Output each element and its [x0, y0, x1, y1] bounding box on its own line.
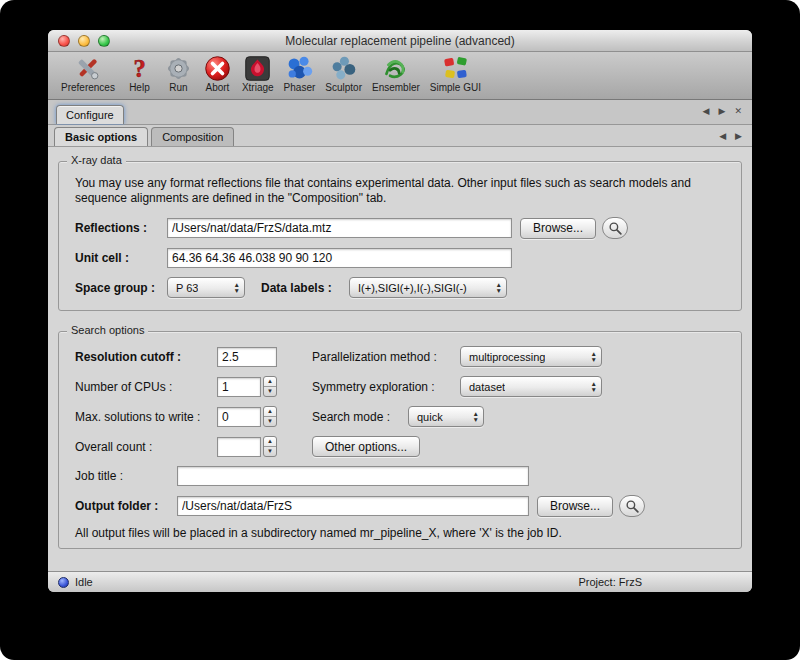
stepper-up-icon[interactable]	[264, 437, 276, 447]
tab-close-icon[interactable]: ✕	[734, 106, 742, 116]
reflections-input[interactable]	[167, 218, 512, 238]
status-text: Idle	[75, 576, 93, 588]
main-tab-strip: Configure ◀ ▶ ✕	[48, 100, 752, 125]
sculptor-icon	[329, 54, 358, 83]
resolution-cutoff-label: Resolution cutoff :	[75, 350, 217, 364]
toolbar-sculptor-button[interactable]: Sculptor	[320, 54, 367, 93]
max-solutions-input[interactable]	[217, 407, 261, 427]
tab-composition[interactable]: Composition	[151, 127, 234, 146]
toolbar-label: Xtriage	[242, 82, 274, 93]
search-group-title: Search options	[67, 324, 148, 336]
tab-configure[interactable]: Configure	[56, 105, 124, 124]
overall-count-input[interactable]	[217, 437, 261, 457]
output-folder-input[interactable]	[177, 496, 529, 516]
max-solutions-stepper[interactable]	[263, 406, 277, 427]
num-cpus-label: Number of CPUs :	[75, 380, 217, 394]
stepper-down-icon[interactable]	[264, 387, 276, 396]
stepper-up-icon[interactable]	[264, 377, 276, 387]
output-note: All output files will be placed in a sub…	[69, 526, 731, 540]
data-labels-value: I(+),SIGI(+),I(-),SIGI(-)	[358, 282, 467, 294]
stepper-up-icon[interactable]	[264, 407, 276, 417]
popup-arrows-icon	[586, 351, 597, 362]
output-folder-row: Output folder : Browse...	[69, 495, 731, 517]
symmetry-exploration-dropdown[interactable]: dataset	[460, 376, 602, 397]
content-panel: X-ray data You may use any format reflec…	[48, 147, 752, 571]
data-labels-label: Data labels :	[261, 281, 349, 295]
sub-tab-strip: Basic options Composition ◀ ▶	[48, 125, 752, 147]
num-cpus-stepper[interactable]	[263, 376, 277, 397]
symmetry-exploration-label: Symmetry exploration :	[312, 380, 460, 394]
toolbar-run-button[interactable]: Run	[159, 54, 198, 93]
toolbar-preferences-button[interactable]: Preferences	[56, 54, 120, 93]
xray-data-group: X-ray data You may use any format reflec…	[58, 161, 742, 311]
toolbar-ensembler-button[interactable]: Ensembler	[367, 54, 425, 93]
statusbar: Idle Project: FrzS	[48, 571, 752, 592]
app-window: Molecular replacement pipeline (advanced…	[48, 30, 752, 592]
ensembler-icon	[381, 54, 410, 83]
overall-count-row: Overall count : Other options...	[69, 436, 731, 457]
overall-count-stepper[interactable]	[263, 436, 277, 457]
other-options-button[interactable]: Other options...	[312, 436, 420, 457]
popup-arrows-icon	[586, 381, 597, 392]
unit-cell-row: Unit cell :	[69, 248, 731, 268]
stepper-down-icon[interactable]	[264, 447, 276, 456]
toolbar-phaser-button[interactable]: Phaser	[279, 54, 321, 93]
toolbar-label: Ensembler	[372, 82, 420, 93]
tab-nav-right-icon[interactable]: ▶	[719, 106, 726, 116]
reflections-browse-button[interactable]: Browse...	[520, 218, 596, 239]
unit-cell-label: Unit cell :	[75, 251, 167, 265]
toolbar-simple-gui-button[interactable]: Simple GUI	[425, 54, 486, 93]
parallelization-method-value: multiprocessing	[469, 351, 545, 363]
window-title: Molecular replacement pipeline (advanced…	[48, 34, 752, 48]
overall-count-label: Overall count :	[75, 440, 217, 454]
popup-arrows-icon	[468, 411, 479, 422]
space-group-dropdown[interactable]: P 63	[167, 277, 245, 298]
stepper-down-icon[interactable]	[264, 417, 276, 426]
job-title-input[interactable]	[177, 466, 529, 486]
symmetry-exploration-value: dataset	[469, 381, 505, 393]
subtab-nav-left-icon[interactable]: ◀	[719, 131, 726, 141]
minimize-window-button[interactable]	[78, 35, 90, 47]
data-labels-dropdown[interactable]: I(+),SIGI(+),I(-),SIGI(-)	[349, 277, 507, 298]
titlebar: Molecular replacement pipeline (advanced…	[48, 30, 752, 52]
xray-description-line2: sequence alignments are defined in the "…	[75, 191, 386, 205]
space-group-label: Space group :	[75, 281, 167, 295]
search-mode-dropdown[interactable]: quick	[408, 406, 484, 427]
simple-gui-icon	[441, 54, 470, 83]
resolution-cutoff-input[interactable]	[217, 347, 277, 367]
output-folder-browse-button[interactable]: Browse...	[537, 496, 613, 517]
output-folder-zoom-button[interactable]	[619, 495, 645, 517]
svg-text:?: ?	[133, 55, 145, 82]
abort-icon	[203, 54, 232, 83]
job-title-row: Job title :	[69, 466, 731, 486]
max-solutions-row: Max. solutions to write : Search mode : …	[69, 406, 731, 427]
help-icon: ?	[125, 54, 154, 83]
subtab-nav-right-icon[interactable]: ▶	[735, 131, 742, 141]
job-title-label: Job title :	[75, 469, 177, 483]
close-window-button[interactable]	[58, 35, 70, 47]
toolbar-label: Sculptor	[325, 82, 362, 93]
tab-nav-left-icon[interactable]: ◀	[703, 106, 710, 116]
toolbar-help-button[interactable]: ? Help	[120, 54, 159, 93]
magnifier-icon	[608, 221, 623, 236]
parallelization-method-dropdown[interactable]: multiprocessing	[460, 346, 602, 367]
resolution-row: Resolution cutoff : Parallelization meth…	[69, 346, 731, 367]
toolbar-abort-button[interactable]: Abort	[198, 54, 237, 93]
screen-background: Molecular replacement pipeline (advanced…	[0, 0, 800, 660]
tab-basic-options[interactable]: Basic options	[54, 127, 148, 146]
search-options-group: Search options Resolution cutoff : Paral…	[58, 331, 742, 549]
magnifier-icon	[625, 499, 640, 514]
unit-cell-input[interactable]	[167, 248, 512, 268]
toolbar-label: Phaser	[284, 82, 316, 93]
num-cpus-input[interactable]	[217, 377, 261, 397]
status-led-icon	[58, 577, 69, 588]
reflections-label: Reflections :	[75, 221, 167, 235]
reflections-zoom-button[interactable]	[602, 217, 628, 239]
toolbar-xtriage-button[interactable]: Xtriage	[237, 54, 279, 93]
xray-description-line1: You may use any format reflections file …	[75, 176, 691, 190]
run-gear-icon	[164, 54, 193, 83]
xtriage-icon	[243, 54, 272, 83]
zoom-window-button[interactable]	[98, 35, 110, 47]
parallelization-method-label: Parallelization method :	[312, 350, 460, 364]
output-folder-label: Output folder :	[75, 499, 177, 513]
